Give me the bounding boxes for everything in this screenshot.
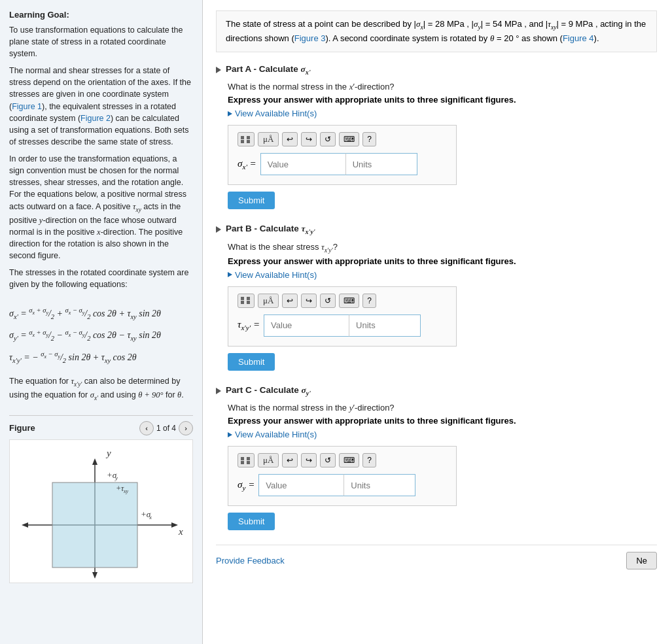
- svg-marker-3: [92, 458, 97, 465]
- part-b-mu-btn[interactable]: μÅ: [258, 294, 279, 308]
- eq1: σx' = σx + σy/2 + σx − σy/2 cos 2θ + τxy…: [9, 305, 193, 322]
- figure-area: Figure ‹ 1 of 4 › y x: [9, 415, 193, 637]
- part-a-mu-btn[interactable]: μÅ: [258, 132, 279, 146]
- para3: The stresses in the rotated coordinate s…: [9, 267, 193, 290]
- part-a-hint-link[interactable]: View Available Hint(s): [228, 109, 657, 118]
- figure4-link[interactable]: Figure 4: [563, 33, 594, 43]
- part-b-units-input[interactable]: [349, 314, 421, 337]
- part-b-section: Part B - Calculate τx'y' What is the she…: [216, 224, 657, 370]
- part-c-body: What is the normal stress in the y′-dire…: [216, 403, 657, 530]
- part-c-submit-btn[interactable]: Submit: [228, 513, 275, 530]
- part-c-hint-link[interactable]: View Available Hint(s): [228, 430, 657, 439]
- figure-nav: ‹ 1 of 4 ›: [139, 421, 193, 435]
- part-c-hint-label: View Available Hint(s): [235, 430, 317, 439]
- right-panel: The state of stress at a point can be de…: [203, 0, 670, 644]
- provide-feedback-link[interactable]: Provide Feedback: [216, 556, 285, 566]
- figure1-link[interactable]: Figure 1: [12, 102, 42, 111]
- part-a-submit-btn[interactable]: Submit: [228, 192, 275, 209]
- part-b-refresh-btn[interactable]: ↺: [320, 294, 336, 308]
- left-panel: Learning Goal: To use transformation equ…: [0, 0, 203, 644]
- part-b-toggle[interactable]: [216, 226, 221, 233]
- part-b-body: What is the shear stress τx′y′? Express …: [216, 242, 657, 371]
- figure2-link[interactable]: Figure 2: [80, 114, 111, 123]
- part-a-section: Part A - Calculate σx' What is the norma…: [216, 64, 657, 210]
- svg-text:y: y: [105, 448, 111, 458]
- part-b-help-btn[interactable]: ?: [362, 294, 376, 308]
- part-a-redo-btn[interactable]: ↪: [301, 132, 317, 146]
- part-b-hint-link[interactable]: View Available Hint(s): [228, 270, 657, 280]
- part-a-answer-label: σx' =: [238, 158, 256, 171]
- part-c-units-input[interactable]: [344, 474, 415, 496]
- part-a-body: What is the normal stress in the x′-dire…: [216, 82, 657, 209]
- part-a-hint-label: View Available Hint(s): [235, 109, 317, 118]
- learning-goal-title: Learning Goal:: [9, 9, 193, 22]
- part-b-input-row: τx'y' =: [238, 314, 447, 337]
- para2: In order to use the transformation equat…: [9, 153, 193, 262]
- problem-statement: The state of stress at a point can be de…: [216, 10, 657, 52]
- part-b-answer-box: μÅ ↩ ↪ ↺ ⌨ ? τx'y' =: [228, 286, 457, 347]
- part-b-kbd-btn[interactable]: ⌨: [339, 294, 359, 308]
- part-a-toolbar: μÅ ↩ ↪ ↺ ⌨ ?: [238, 132, 447, 146]
- part-c-kbd-btn[interactable]: ⌨: [339, 453, 359, 467]
- part-c-toolbar: μÅ ↩ ↪ ↺ ⌨ ?: [238, 453, 447, 467]
- part-c-toggle[interactable]: [216, 388, 221, 394]
- learning-goal-subtitle: To use transformation equations to calcu…: [9, 24, 193, 59]
- part-b-header: Part B - Calculate τx'y': [216, 224, 657, 235]
- part-a-refresh-btn[interactable]: ↺: [320, 132, 336, 146]
- part-c-section: Part C - Calculate σy' What is the norma…: [216, 385, 657, 531]
- part-b-toolbar: μÅ ↩ ↪ ↺ ⌨ ?: [238, 294, 447, 308]
- part-b-undo-btn[interactable]: ↩: [282, 294, 298, 308]
- part-c-redo-btn[interactable]: ↪: [301, 453, 317, 467]
- part-c-question: What is the normal stress in the y′-dire…: [228, 403, 657, 413]
- hint-triangle-a: [228, 111, 232, 116]
- figure-header: Figure ‹ 1 of 4 ›: [9, 421, 193, 435]
- part-c-mu-btn[interactable]: μÅ: [258, 453, 279, 467]
- part-a-question: What is the normal stress in the x′-dire…: [228, 82, 657, 92]
- svg-text:x: x: [178, 526, 183, 537]
- figure-next-btn[interactable]: ›: [179, 421, 193, 435]
- figure-svg: y x +σ y +τ: [10, 440, 193, 583]
- part-b-express: Express your answer with appropriate uni…: [228, 256, 657, 266]
- part-a-express: Express your answer with appropriate uni…: [228, 95, 657, 105]
- para1: The normal and shear stresses for a stat…: [9, 65, 193, 148]
- part-b-answer-label: τx'y' =: [238, 319, 260, 331]
- part-a-value-input[interactable]: [260, 153, 345, 175]
- part-a-toggle[interactable]: [216, 67, 221, 73]
- part-c-header: Part C - Calculate σy': [216, 385, 657, 397]
- part-b-redo-btn[interactable]: ↪: [301, 294, 317, 308]
- part-c-undo-btn[interactable]: ↩: [282, 453, 298, 467]
- part-a-units-input[interactable]: [345, 153, 417, 175]
- part-b-submit-btn[interactable]: Submit: [228, 353, 275, 371]
- hint-triangle-c: [228, 432, 232, 437]
- part-c-refresh-btn[interactable]: ↺: [320, 453, 336, 467]
- figure-label: Figure: [9, 423, 35, 433]
- part-b-label: Part B - Calculate τx'y': [226, 224, 315, 235]
- hint-triangle-b: [228, 272, 232, 277]
- part-c-grid-btn[interactable]: [238, 453, 255, 467]
- figure3-link[interactable]: Figure 3: [294, 33, 326, 43]
- svg-marker-7: [22, 522, 28, 528]
- part-a-kbd-btn[interactable]: ⌨: [339, 132, 359, 146]
- part-b-grid-btn[interactable]: [238, 294, 255, 308]
- part-c-value-input[interactable]: [258, 474, 344, 496]
- figure-prev-btn[interactable]: ‹: [139, 421, 154, 435]
- next-btn[interactable]: Ne: [626, 552, 657, 569]
- part-c-answer-box: μÅ ↩ ↪ ↺ ⌨ ? σy =: [228, 446, 457, 506]
- part-c-express: Express your answer with appropriate uni…: [228, 416, 657, 426]
- part-b-hint-label: View Available Hint(s): [235, 270, 317, 280]
- part-a-label: Part A - Calculate σx': [226, 64, 311, 76]
- part-a-undo-btn[interactable]: ↩: [282, 132, 298, 146]
- part-c-help-btn[interactable]: ?: [362, 453, 376, 467]
- equations-section: σx' = σx + σy/2 + σx − σy/2 cos 2θ + τxy…: [9, 301, 193, 370]
- part-a-header: Part A - Calculate σx': [216, 64, 657, 76]
- part-a-input-row: σx' =: [238, 153, 447, 175]
- para4: The equation for τx'y' can also be deter…: [9, 375, 193, 403]
- part-b-value-input[interactable]: [264, 314, 349, 337]
- svg-rect-10: [52, 483, 137, 568]
- page-footer: Provide Feedback Ne: [216, 545, 657, 569]
- part-c-answer-label: σy =: [238, 479, 255, 492]
- part-a-grid-btn[interactable]: [238, 132, 255, 146]
- part-a-help-btn[interactable]: ?: [362, 132, 376, 146]
- part-c-input-row: σy =: [238, 474, 447, 496]
- svg-text:y: y: [115, 475, 118, 481]
